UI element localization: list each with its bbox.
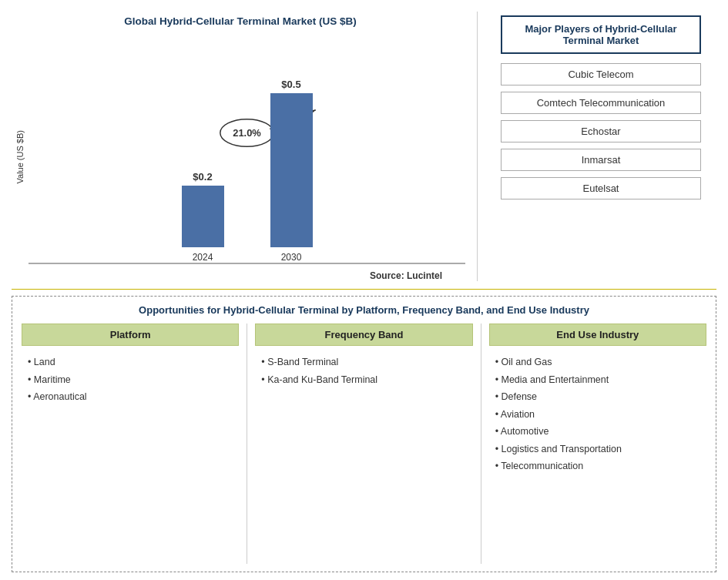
platform-column: Platform • Land • Maritime • Aeronautica… <box>22 324 239 564</box>
svg-point-0 <box>220 119 273 147</box>
source-text: Source: Lucintel <box>29 270 465 281</box>
bar-value-2024: $0.2 <box>193 171 212 183</box>
player-cubic-telecom: Cubic Telecom <box>501 63 701 85</box>
bar-label-2030: 2030 <box>281 252 302 263</box>
bottom-title: Opportunities for Hybrid-Cellular Termin… <box>22 304 706 316</box>
player-echostar: Echostar <box>501 120 701 142</box>
frequency-column: Frequency Band • S-Band Terminal • Ka-an… <box>255 324 472 564</box>
col-divider-1 <box>247 324 247 564</box>
enduse-item-oil: • Oil and Gas <box>495 356 700 370</box>
platform-content: • Land • Maritime • Aeronautical <box>22 352 239 412</box>
svg-text:21.0%: 21.0% <box>233 127 261 139</box>
y-axis-label: Value (US $B) <box>15 130 25 184</box>
enduse-item-aviation: • Aviation <box>495 408 700 422</box>
chart-area: Global Hybrid-Cellular Terminal Market (… <box>12 8 469 285</box>
major-players-box: Major Players of Hybrid-Cellular Termina… <box>501 15 701 54</box>
enduse-item-defense: • Defense <box>495 391 700 404</box>
player-comtech: Comtech Telecommunication <box>501 92 701 114</box>
gold-divider <box>12 289 716 290</box>
major-players-title: Major Players of Hybrid-Cellular Termina… <box>514 23 688 46</box>
enduse-item-automotive: • Automotive <box>495 425 700 439</box>
player-inmarsat: Inmarsat <box>501 149 701 171</box>
enduse-content: • Oil and Gas • Media and Entertainment … <box>489 352 706 481</box>
enduse-column: End Use Industry • Oil and Gas • Media a… <box>489 324 706 564</box>
enduse-item-telecom: • Telecommunication <box>495 460 700 474</box>
platform-item-land: • Land <box>28 356 233 370</box>
chart-title: Global Hybrid-Cellular Terminal Market (… <box>124 15 356 27</box>
vertical-divider <box>477 12 478 281</box>
enduse-header: End Use Industry <box>489 324 706 346</box>
bar-label-2024: 2024 <box>193 252 213 263</box>
frequency-content: • S-Band Terminal • Ka-and Ku-Band Termi… <box>255 352 472 394</box>
major-players-panel: Major Players of Hybrid-Cellular Termina… <box>485 8 716 285</box>
bar-group-2030: $0.5 2030 <box>270 79 313 263</box>
bottom-section: Opportunities for Hybrid-Cellular Termin… <box>12 296 716 572</box>
platform-item-aeronautical: • Aeronautical <box>28 391 233 404</box>
platform-header: Platform <box>22 324 239 346</box>
columns-row: Platform • Land • Maritime • Aeronautica… <box>22 324 706 564</box>
bar-2024 <box>182 186 224 247</box>
player-eutelsat: Eutelsat <box>501 177 701 199</box>
enduse-item-media: • Media and Entertainment <box>495 374 700 387</box>
col-divider-2 <box>481 324 481 564</box>
bar-group-2024: $0.2 2024 <box>182 171 224 263</box>
platform-item-maritime: • Maritime <box>28 374 233 387</box>
frequency-item-sband: • S-Band Terminal <box>261 356 466 370</box>
bars-container: 21.0% $0.2 <box>29 87 465 264</box>
enduse-item-logistics: • Logistics and Transportation <box>495 443 700 457</box>
frequency-item-kaku: • Ka-and Ku-Band Terminal <box>261 374 466 387</box>
bar-value-2030: $0.5 <box>281 79 300 90</box>
bar-2030 <box>270 93 313 247</box>
frequency-header: Frequency Band <box>255 324 472 346</box>
